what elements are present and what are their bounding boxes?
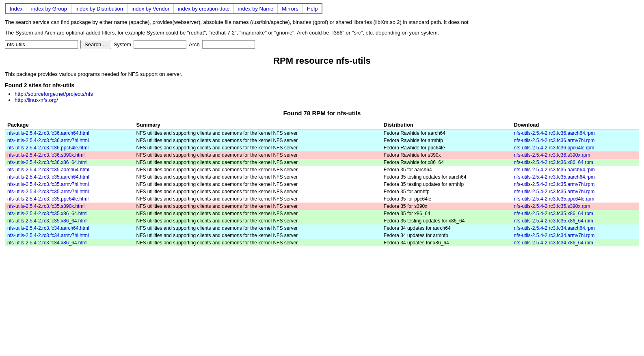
arch-label: Arch <box>189 41 200 47</box>
nav-item-index-by-vendor[interactable]: index by Vendor <box>128 4 174 13</box>
package-link[interactable]: nfs-utils-2.5.4-2.rc3.fc35.x86_64.html <box>7 211 87 216</box>
package-link[interactable]: nfs-utils-2.5.4-2.rc3.fc35.aarch64.html <box>7 167 89 173</box>
site-link[interactable]: http://sourceforge.net/projects/nfs <box>15 91 93 97</box>
package-description: This package provides various programs n… <box>5 71 639 77</box>
table-row: nfs-utils-2.5.4-2.rc3.fc34.aarch64.htmlN… <box>5 224 639 232</box>
package-distribution: Fedora 35 for s390x <box>381 203 512 210</box>
table-row: nfs-utils-2.5.4-2.rc3.fc35.aarch64.htmlN… <box>5 166 639 173</box>
table-row: nfs-utils-2.5.4-2.rc3.fc35.armv7hl.htmlN… <box>5 181 639 188</box>
col-header-summary: Summary <box>134 121 381 129</box>
package-link[interactable]: nfs-utils-2.5.4-2.rc3.fc35.aarch64.html <box>7 174 89 180</box>
found-sites-section: Found 2 sites for nfs-utils http://sourc… <box>5 82 639 103</box>
package-summary: NFS utilities and supporting clients and… <box>134 137 381 144</box>
nav-item-index-by-distribution[interactable]: index by Distribution <box>71 4 128 13</box>
package-link[interactable]: nfs-utils-2.5.4-2.rc3.fc34.x86_64.html <box>7 240 87 246</box>
table-row: nfs-utils-2.5.4-2.rc3.fc34.x86_64.htmlNF… <box>5 239 639 246</box>
download-link[interactable]: nfs-utils-2.5.4-2.rc3.fc36.armv7hl.rpm <box>514 138 594 143</box>
col-header-download: Download <box>511 121 639 129</box>
nav-item-index-by-group[interactable]: index by Group <box>27 4 71 13</box>
package-summary: NFS utilities and supporting clients and… <box>134 173 381 181</box>
package-summary: NFS utilities and supporting clients and… <box>134 144 381 151</box>
found-sites-heading: Found 2 sites for nfs-utils <box>5 82 639 88</box>
package-distribution: Fedora 35 testing updates for aarch64 <box>381 173 512 181</box>
package-distribution: Fedora 35 for ppc64le <box>381 195 512 203</box>
nav-item-index-by-creation-date[interactable]: index by creation date <box>174 4 234 13</box>
download-link[interactable]: nfs-utils-2.5.4-2.rc3.fc35.x86_64.rpm <box>514 218 593 224</box>
package-summary: NFS utilities and supporting clients and… <box>134 232 381 239</box>
site-link[interactable]: http://linux-nfs.org/ <box>15 97 58 103</box>
download-link[interactable]: nfs-utils-2.5.4-2.rc3.fc36.s390x.rpm <box>514 152 590 158</box>
col-header-package: Package <box>5 121 134 129</box>
nav-item-mirrors[interactable]: Mirrors <box>278 4 303 13</box>
nav-item-index[interactable]: Index <box>6 4 27 13</box>
package-link[interactable]: nfs-utils-2.5.4-2.rc3.fc34.armv7hl.html <box>7 233 89 238</box>
package-summary: NFS utilities and supporting clients and… <box>134 166 381 173</box>
download-link[interactable]: nfs-utils-2.5.4-2.rc3.fc35.armv7hl.rpm <box>514 181 594 187</box>
package-distribution: Fedora Rawhide for s390x <box>381 151 512 159</box>
package-link[interactable]: nfs-utils-2.5.4-2.rc3.fc34.aarch64.html <box>7 225 89 231</box>
package-link[interactable]: nfs-utils-2.5.4-2.rc3.fc36.armv7hl.html <box>7 138 89 143</box>
package-link[interactable]: nfs-utils-2.5.4-2.rc3.fc36.aarch64.html <box>7 130 89 136</box>
page-title: RPM resource nfs-utils <box>5 56 639 66</box>
download-link[interactable]: nfs-utils-2.5.4-2.rc3.fc36.ppc64le.rpm <box>514 145 594 151</box>
download-link[interactable]: nfs-utils-2.5.4-2.rc3.fc34.armv7hl.rpm <box>514 233 594 238</box>
package-summary: NFS utilities and supporting clients and… <box>134 151 381 159</box>
package-link[interactable]: nfs-utils-2.5.4-2.rc3.fc36.ppc64le.html <box>7 145 89 151</box>
package-link[interactable]: nfs-utils-2.5.4-2.rc3.fc35.armv7hl.html <box>7 181 89 187</box>
sites-list: http://sourceforge.net/projects/nfshttp:… <box>15 91 639 103</box>
download-link[interactable]: nfs-utils-2.5.4-2.rc3.fc35.s390x.rpm <box>514 203 590 209</box>
package-summary: NFS utilities and supporting clients and… <box>134 129 381 137</box>
download-link[interactable]: nfs-utils-2.5.4-2.rc3.fc35.armv7hl.rpm <box>514 189 594 194</box>
nav-item-help[interactable]: Help <box>303 4 322 13</box>
search-button[interactable]: Search ... <box>80 40 111 49</box>
col-header-distribution: Distribution <box>381 121 512 129</box>
download-link[interactable]: nfs-utils-2.5.4-2.rc3.fc36.aarch64.rpm <box>514 130 594 136</box>
package-link[interactable]: nfs-utils-2.5.4-2.rc3.fc36.x86_64.html <box>7 160 87 165</box>
download-link[interactable]: nfs-utils-2.5.4-2.rc3.fc35.aarch64.rpm <box>514 167 594 173</box>
download-link[interactable]: nfs-utils-2.5.4-2.rc3.fc34.x86_64.rpm <box>514 240 593 246</box>
table-row: nfs-utils-2.5.4-2.rc3.fc35.aarch64.htmlN… <box>5 173 639 181</box>
table-body: nfs-utils-2.5.4-2.rc3.fc36.aarch64.htmlN… <box>5 129 639 247</box>
package-link[interactable]: nfs-utils-2.5.4-2.rc3.fc35.ppc64le.html <box>7 196 89 202</box>
package-distribution: Fedora 34 updates for aarch64 <box>381 224 512 232</box>
table-row: nfs-utils-2.5.4-2.rc3.fc34.armv7hl.htmlN… <box>5 232 639 239</box>
rpm-table: PackageSummaryDistributionDownload nfs-u… <box>5 121 639 246</box>
table-row: nfs-utils-2.5.4-2.rc3.fc36.s390x.htmlNFS… <box>5 151 639 159</box>
download-link[interactable]: nfs-utils-2.5.4-2.rc3.fc34.aarch64.rpm <box>514 225 594 231</box>
system-label: System <box>114 41 131 47</box>
table-row: nfs-utils-2.5.4-2.rc3.fc35.ppc64le.htmlN… <box>5 195 639 203</box>
package-distribution: Fedora 35 for x86_64 <box>381 210 512 217</box>
package-distribution: Fedora Rawhide for aarch64 <box>381 129 512 137</box>
download-link[interactable]: nfs-utils-2.5.4-2.rc3.fc35.aarch64.rpm <box>514 174 594 180</box>
package-distribution: Fedora 34 updates for x86_64 <box>381 239 512 246</box>
search-input[interactable] <box>5 40 78 49</box>
package-distribution: Fedora Rawhide for x86_64 <box>381 159 512 166</box>
package-distribution: Fedora 35 testing updates for x86_64 <box>381 217 512 224</box>
package-link[interactable]: nfs-utils-2.5.4-2.rc3.fc35.s390x.html <box>7 203 84 209</box>
package-summary: NFS utilities and supporting clients and… <box>134 217 381 224</box>
table-row: nfs-utils-2.5.4-2.rc3.fc36.ppc64le.htmlN… <box>5 144 639 151</box>
package-link[interactable]: nfs-utils-2.5.4-2.rc3.fc36.s390x.html <box>7 152 84 158</box>
arch-input[interactable] <box>202 40 255 49</box>
system-input[interactable] <box>134 40 186 49</box>
package-summary: NFS utilities and supporting clients and… <box>134 239 381 246</box>
table-row: nfs-utils-2.5.4-2.rc3.fc36.aarch64.htmlN… <box>5 129 639 137</box>
package-link[interactable]: nfs-utils-2.5.4-2.rc3.fc35.armv7hl.html <box>7 189 89 194</box>
package-link[interactable]: nfs-utils-2.5.4-2.rc3.fc35.x86_64.html <box>7 218 87 224</box>
nav-bar: Indexindex by Groupindex by Distribution… <box>5 3 322 14</box>
description-line1: The search service can find package by e… <box>5 18 639 26</box>
package-distribution: Fedora 34 updates for armhfp <box>381 232 512 239</box>
download-link[interactable]: nfs-utils-2.5.4-2.rc3.fc35.x86_64.rpm <box>514 211 593 216</box>
package-summary: NFS utilities and supporting clients and… <box>134 195 381 203</box>
download-link[interactable]: nfs-utils-2.5.4-2.rc3.fc36.x86_64.rpm <box>514 160 593 165</box>
package-distribution: Fedora 35 for armhfp <box>381 188 512 195</box>
package-summary: NFS utilities and supporting clients and… <box>134 203 381 210</box>
table-row: nfs-utils-2.5.4-2.rc3.fc35.x86_64.htmlNF… <box>5 217 639 224</box>
table-row: nfs-utils-2.5.4-2.rc3.fc35.x86_64.htmlNF… <box>5 210 639 217</box>
nav-item-index-by-name[interactable]: index by Name <box>234 4 278 13</box>
download-link[interactable]: nfs-utils-2.5.4-2.rc3.fc35.ppc64le.rpm <box>514 196 594 202</box>
package-distribution: Fedora 35 testing updates for armhfp <box>381 181 512 188</box>
table-row: nfs-utils-2.5.4-2.rc3.fc35.armv7hl.htmlN… <box>5 188 639 195</box>
table-row: nfs-utils-2.5.4-2.rc3.fc36.armv7hl.htmlN… <box>5 137 639 144</box>
package-summary: NFS utilities and supporting clients and… <box>134 159 381 166</box>
